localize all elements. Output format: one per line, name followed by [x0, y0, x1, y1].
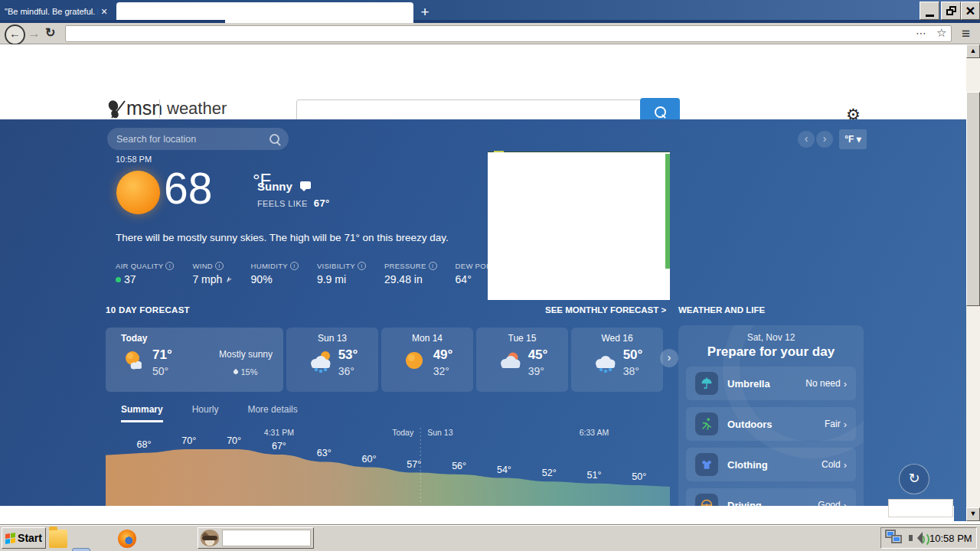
unit-toggle-dropdown[interactable]: °F ▾: [839, 129, 867, 149]
life-item-outdoors[interactable]: OutdoorsFair›: [686, 407, 856, 441]
forecast-section-title: 10 DAY FORECAST: [106, 305, 190, 315]
browser-tab-quote[interactable]: "Be mindful. Be grateful. Be pos ×: [0, 0, 114, 23]
carousel-next-button[interactable]: ›: [816, 131, 833, 148]
scrollbar-up-button[interactable]: ▲: [966, 44, 980, 58]
info-icon[interactable]: i: [429, 262, 437, 270]
chart-day-label: Today: [392, 428, 414, 437]
temperature-area-chart: 68°70°70°67°63°60°57°56°54°52°51°50°4:31…: [106, 425, 670, 506]
location-search-input[interactable]: Search for location: [107, 128, 289, 150]
forecast-card-wed-16[interactable]: Wed 1650°38°: [571, 328, 663, 392]
stat-label: HUMIDITYi: [251, 262, 299, 270]
chart-temp-label: 57°: [407, 459, 421, 470]
stat-label: VISIBILITYi: [317, 262, 366, 270]
calculator-icon[interactable]: [72, 548, 90, 551]
stat-air-quality: AIR QUALITYi37: [116, 262, 174, 285]
scrollbar-thumb[interactable]: [966, 92, 980, 306]
chart-temp-label: 51°: [587, 470, 602, 481]
clothing-icon: [695, 453, 718, 476]
forecast-low: 50°: [152, 364, 172, 379]
forecast-card-tue-15[interactable]: Tue 1545°39°: [476, 328, 568, 392]
forecast-card-today[interactable]: Today71°50°Mostly sunny15%: [106, 328, 283, 392]
feels-like: FEELS LIKE67°: [257, 197, 330, 209]
forecast-high: 53°: [338, 347, 358, 364]
ad-placeholder: [488, 152, 670, 300]
forecast-day-label: Wed 16: [571, 333, 663, 344]
precip-value: 15%: [240, 367, 257, 377]
life-date: Sat, Nov 12: [678, 332, 864, 343]
carousel-prev-button[interactable]: ‹: [798, 131, 815, 148]
page-bottom-strip: [0, 506, 954, 521]
tab-summary[interactable]: Summary: [121, 404, 163, 422]
monthly-forecast-link[interactable]: SEE MONTHLY FORECAST >: [545, 305, 666, 315]
window-close-button[interactable]: ×: [961, 2, 980, 20]
chart-temp-label: 54°: [497, 465, 511, 475]
info-icon[interactable]: i: [215, 262, 224, 270]
volume-icon[interactable]: [909, 530, 926, 546]
window-minimize-button[interactable]: [920, 2, 939, 20]
start-button[interactable]: Start: [2, 527, 46, 549]
life-item-umbrella[interactable]: UmbrellaNo need›: [686, 367, 856, 400]
stat-value: 9.9 mi: [317, 273, 366, 285]
chart-day-label: Sun 13: [427, 428, 452, 437]
menu-hamburger-icon[interactable]: ≡: [962, 25, 970, 42]
forecast-card-sun-13[interactable]: Sun 1353°36°: [286, 328, 378, 392]
message-icon[interactable]: [300, 181, 311, 189]
forecast-high: 45°: [528, 347, 548, 364]
window-title-area: [222, 530, 311, 546]
forecast-card-mon-14[interactable]: Mon 1449°32°: [381, 328, 473, 392]
section-title[interactable]: weather: [167, 99, 227, 119]
taskbar-window-button[interactable]: [198, 527, 314, 549]
forward-button[interactable]: →: [28, 26, 41, 41]
feedback-placeholder[interactable]: [888, 499, 953, 517]
forecast-day-label: Sun 13: [286, 333, 378, 344]
forecast-low: 32°: [433, 364, 453, 379]
chart-temp-label: 56°: [452, 461, 466, 471]
temperature-area: [106, 449, 670, 506]
chart-temp-label: 50°: [632, 471, 646, 482]
back-button[interactable]: ←: [5, 24, 25, 45]
weather-app: Search for location ‹ › °F ▾ 10:58 PM 68…: [0, 119, 966, 521]
info-icon[interactable]: i: [358, 262, 366, 270]
forecast-day-label: Tue 15: [476, 333, 568, 344]
chart-temp-label: 67°: [272, 441, 286, 452]
folder-icon[interactable]: [49, 530, 67, 548]
feels-like-value: 67°: [314, 197, 330, 209]
forecast-card-body: 53°36°: [286, 347, 378, 379]
refresh-button[interactable]: ↻: [899, 464, 929, 494]
raindrop-icon: [233, 369, 239, 375]
tab-hourly[interactable]: Hourly: [192, 404, 219, 422]
cloud-sun-icon: [497, 348, 523, 377]
info-icon[interactable]: i: [165, 262, 174, 270]
tab-close-icon[interactable]: ×: [101, 6, 107, 17]
screen: "Be mindful. Be grateful. Be pos × + × ←…: [0, 0, 980, 551]
msn-butterfly-logo[interactable]: [107, 99, 126, 119]
stat-value-text: 37: [124, 273, 136, 285]
network-icon[interactable]: [885, 530, 905, 546]
new-tab-button[interactable]: +: [416, 4, 433, 21]
page-actions-icon[interactable]: ⋯: [916, 27, 927, 39]
tab-more-details[interactable]: More details: [247, 404, 297, 422]
ad-side-strip: [665, 154, 670, 269]
address-bar[interactable]: [65, 25, 952, 42]
life-item-clothing[interactable]: ClothingCold›: [686, 448, 856, 481]
stat-value-text: 29.48 in: [384, 273, 423, 285]
windows-logo-icon: [5, 533, 15, 544]
bookmark-star-icon[interactable]: ☆: [936, 26, 946, 40]
firefox-icon[interactable]: [118, 530, 136, 548]
system-tray: 10:58 PM: [880, 527, 977, 549]
forecast-card-body: 45°39°: [476, 347, 568, 379]
window-restore-button[interactable]: [941, 2, 961, 20]
current-temperature: 68: [164, 165, 212, 211]
tab-title: "Be mindful. Be grateful. Be pos: [5, 7, 98, 16]
wind-direction-icon: ➢: [223, 273, 235, 285]
scrollbar-down-button[interactable]: ▼: [966, 507, 980, 521]
forecast-high: 50°: [623, 347, 643, 364]
msn-wordmark[interactable]: msn: [126, 97, 162, 119]
forecast-next-button[interactable]: ›: [660, 349, 678, 367]
rain-icon: [592, 348, 618, 377]
stat-value: 29.48 in: [384, 273, 437, 285]
info-icon[interactable]: i: [290, 262, 299, 270]
sun-cloud-icon: [121, 348, 147, 377]
forecast-temps: 71°50°: [152, 347, 172, 379]
reload-button[interactable]: ↻: [45, 25, 55, 40]
